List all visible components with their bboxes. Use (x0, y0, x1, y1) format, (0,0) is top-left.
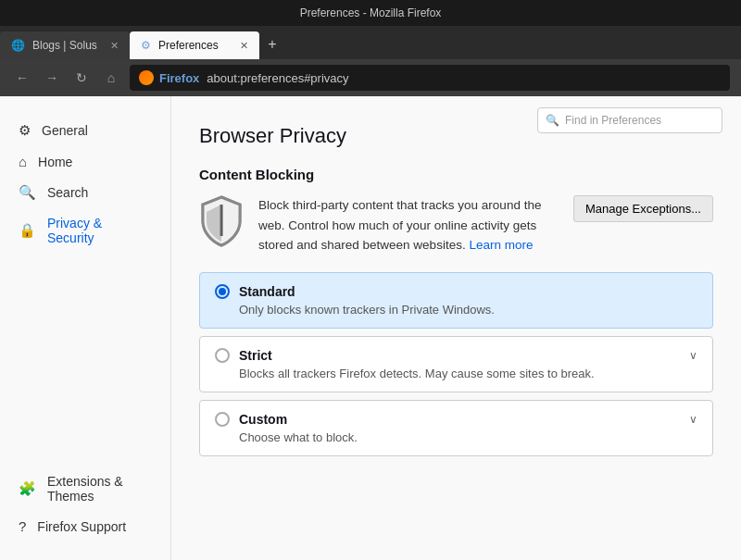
question-icon: ? (19, 518, 26, 534)
strict-desc: Blocks all trackers Firefox detects. May… (239, 367, 697, 380)
globe-icon: 🌐 (11, 39, 25, 52)
shield-icon (199, 195, 244, 247)
content-area: 🔍 Find in Preferences Browser Privacy Co… (171, 96, 741, 560)
sidebar-item-extensions[interactable]: 🧩 Extensions & Themes (0, 467, 170, 511)
sidebar: ⚙ General ⌂ Home 🔍 Search 🔒 Privacy & Se… (0, 96, 171, 560)
chevron-down-icon: ∨ (689, 349, 697, 362)
find-in-preferences[interactable]: 🔍 Find in Preferences (537, 107, 722, 133)
tab-prefs-close[interactable]: ✕ (240, 40, 248, 52)
standard-radio[interactable] (215, 284, 230, 299)
custom-desc: Choose what to block. (239, 430, 697, 444)
learn-more-link[interactable]: Learn more (469, 238, 533, 252)
tab-blogs-label: Blogs | Solus (32, 39, 97, 52)
blocking-description: Block third-party content that tracks yo… (258, 195, 559, 255)
sidebar-search-label: Search (47, 185, 88, 200)
tab-blogs-close[interactable]: ✕ (110, 40, 119, 52)
strict-header: Strict ∨ (215, 348, 697, 363)
gear-icon: ⚙ (141, 39, 151, 52)
custom-label: Custom (239, 412, 287, 427)
sidebar-general-label: General (42, 123, 88, 138)
custom-header: Custom ∨ (215, 412, 697, 427)
section-title: Content Blocking (199, 167, 713, 182)
home-icon: ⌂ (19, 154, 27, 169)
tab-bar: 🌐 Blogs | Solus ✕ ⚙ Preferences ✕ + (0, 26, 741, 59)
manage-exceptions-button[interactable]: Manage Exceptions... (573, 195, 713, 222)
main-layout: ⚙ General ⌂ Home 🔍 Search 🔒 Privacy & Se… (0, 96, 741, 560)
address-bar[interactable]: Firefox about:preferences#privacy (130, 65, 730, 91)
puzzle-icon: 🧩 (19, 480, 36, 497)
chevron-down-icon-2: ∨ (689, 413, 697, 426)
tab-preferences-label: Preferences (158, 39, 219, 52)
forward-button[interactable]: → (41, 67, 63, 89)
gear-icon: ⚙ (19, 122, 31, 139)
back-button[interactable]: ← (11, 67, 33, 89)
strict-option[interactable]: Strict ∨ Blocks all trackers Firefox det… (199, 336, 713, 392)
sidebar-item-privacy[interactable]: 🔒 Privacy & Security (0, 208, 170, 253)
firefox-label: Firefox (159, 71, 199, 85)
home-button[interactable]: ⌂ (100, 67, 122, 89)
new-tab-button[interactable]: + (259, 31, 285, 57)
standard-desc: Only blocks known trackers in Private Wi… (239, 303, 697, 317)
strict-radio[interactable] (215, 348, 230, 363)
reload-button[interactable]: ↻ (70, 67, 93, 89)
sidebar-item-support[interactable]: ? Firefox Support (0, 511, 170, 541)
sidebar-support-label: Firefox Support (37, 519, 126, 534)
title-bar: Preferences - Mozilla Firefox (0, 0, 741, 26)
strict-label: Strict (239, 348, 272, 363)
sidebar-extensions-label: Extensions & Themes (47, 474, 152, 504)
window-title: Preferences - Mozilla Firefox (300, 6, 442, 19)
search-icon: 🔍 (546, 114, 559, 127)
search-icon: 🔍 (19, 184, 36, 201)
custom-label-row: Custom (215, 412, 287, 427)
standard-label-row: Standard (215, 284, 697, 299)
sidebar-item-general[interactable]: ⚙ General (0, 115, 170, 146)
sidebar-item-home[interactable]: ⌂ Home (0, 146, 170, 177)
address-url: about:preferences#privacy (207, 71, 348, 85)
standard-option[interactable]: Standard Only blocks known trackers in P… (199, 272, 713, 329)
custom-option[interactable]: Custom ∨ Choose what to block. (199, 400, 713, 456)
strict-label-row: Strict (215, 348, 272, 363)
sidebar-privacy-label: Privacy & Security (47, 216, 152, 245)
nav-bar: ← → ↻ ⌂ Firefox about:preferences#privac… (0, 59, 741, 96)
tab-preferences[interactable]: ⚙ Preferences ✕ (130, 31, 259, 59)
sidebar-full: ⚙ General ⌂ Home 🔍 Search 🔒 Privacy & Se… (0, 115, 170, 541)
custom-radio[interactable] (215, 412, 230, 427)
tab-blogs[interactable]: 🌐 Blogs | Solus ✕ (0, 31, 130, 59)
find-placeholder: Find in Preferences (565, 114, 661, 127)
content-blocking-section: Block third-party content that tracks yo… (199, 195, 713, 255)
firefox-logo (139, 70, 154, 85)
lock-icon: 🔒 (19, 222, 36, 239)
sidebar-home-label: Home (38, 155, 72, 169)
standard-label: Standard (239, 284, 295, 299)
sidebar-item-search[interactable]: 🔍 Search (0, 177, 170, 208)
